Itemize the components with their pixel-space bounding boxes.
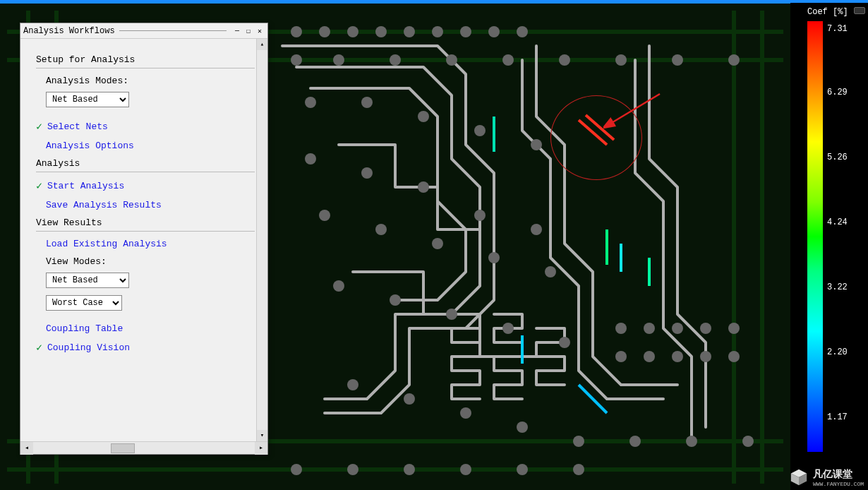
svg-point-31 <box>432 238 443 249</box>
coupling-vision-link[interactable]: ✓ Coupling Vision <box>36 341 255 354</box>
svg-point-39 <box>615 323 627 334</box>
scroll-track[interactable] <box>33 442 255 455</box>
legend-tick: 5.26 <box>827 153 848 162</box>
divider <box>36 68 255 68</box>
svg-point-52 <box>517 422 528 433</box>
svg-point-57 <box>291 464 302 475</box>
svg-point-34 <box>333 280 344 292</box>
select-nets-link[interactable]: ✓ Select Nets <box>36 120 255 133</box>
legend-tick: 4.24 <box>827 217 848 227</box>
svg-point-59 <box>404 464 415 475</box>
panel-titlebar[interactable]: Analysis Workflows — ☐ ✕ <box>20 23 267 39</box>
svg-point-42 <box>700 323 711 334</box>
svg-point-26 <box>418 181 429 193</box>
svg-point-58 <box>347 464 358 475</box>
svg-point-62 <box>573 464 584 475</box>
color-legend: Coef [%] 7.31 6.29 5.26 4.24 3.22 2.20 1… <box>790 3 868 490</box>
svg-point-25 <box>361 167 373 179</box>
save-results-link[interactable]: Save Analysis Results <box>46 200 255 210</box>
coupling-table-label: Coupling Table <box>46 323 123 334</box>
legend-gradient <box>807 21 823 452</box>
svg-point-18 <box>728 54 740 66</box>
scroll-down-icon[interactable]: ▾ <box>257 430 267 441</box>
divider <box>36 172 255 172</box>
watermark-url: WWW.FANYEDU.COM <box>813 481 864 487</box>
svg-point-32 <box>488 252 500 263</box>
legend-tick: 1.17 <box>827 412 848 422</box>
svg-point-2 <box>319 26 330 37</box>
svg-point-37 <box>502 323 514 334</box>
analysis-workflows-panel: Analysis Workflows — ☐ ✕ ▴ ▾ Setup for A… <box>20 23 268 455</box>
svg-point-9 <box>517 26 528 37</box>
svg-point-49 <box>347 379 358 390</box>
svg-point-29 <box>319 210 330 221</box>
svg-point-13 <box>446 54 457 66</box>
annotation-arrow-icon <box>603 88 667 131</box>
svg-point-24 <box>305 153 316 165</box>
svg-point-53 <box>573 436 584 447</box>
section-analysis: Analysis <box>36 158 255 169</box>
dock-button[interactable]: ☐ <box>243 26 253 36</box>
panel-body: ▴ ▾ Setup for Analysis Analysis Modes: N… <box>20 39 267 441</box>
scroll-up-icon[interactable]: ▴ <box>257 39 267 50</box>
svg-point-5 <box>404 26 415 37</box>
checkmark-icon: ✓ <box>36 120 46 133</box>
svg-point-33 <box>545 266 556 277</box>
svg-point-11 <box>333 54 344 66</box>
analysis-mode-select[interactable]: Net Based <box>46 92 129 107</box>
coupling-table-link[interactable]: Coupling Table <box>46 323 255 334</box>
panel-title: Analysis Workflows <box>23 26 115 36</box>
minimize-button[interactable]: — <box>232 26 242 36</box>
svg-point-21 <box>418 111 429 122</box>
svg-point-56 <box>742 436 754 447</box>
svg-point-16 <box>615 54 627 66</box>
svg-point-46 <box>672 351 683 362</box>
svg-point-27 <box>474 210 486 221</box>
legend-tick: 3.22 <box>827 282 848 292</box>
view-case-select[interactable]: Worst Case <box>46 295 122 311</box>
svg-point-3 <box>347 26 358 37</box>
save-results-label: Save Analysis Results <box>46 200 162 210</box>
svg-point-23 <box>531 139 542 150</box>
close-button[interactable]: ✕ <box>255 26 265 36</box>
watermark: 凡亿课堂 WWW.FANYEDU.COM <box>789 467 864 487</box>
svg-point-38 <box>559 337 570 348</box>
svg-point-1 <box>291 26 302 37</box>
legend-tick: 6.29 <box>827 88 848 97</box>
section-view: View Results <box>36 217 255 228</box>
titlebar-line <box>119 30 227 31</box>
analysis-options-link[interactable]: Analysis Options <box>46 141 255 151</box>
section-setup: Setup for Analysis <box>36 54 255 65</box>
svg-point-61 <box>517 464 528 475</box>
checkmark-icon: ✓ <box>36 341 46 354</box>
svg-point-10 <box>291 54 302 66</box>
svg-point-51 <box>460 407 471 419</box>
legend-mode-icon[interactable] <box>854 7 865 14</box>
svg-point-45 <box>644 351 655 362</box>
svg-point-35 <box>390 294 401 306</box>
horizontal-scrollbar[interactable]: ◂ ▸ <box>20 441 267 454</box>
legend-tick: 7.31 <box>827 24 848 34</box>
svg-point-14 <box>502 54 514 66</box>
svg-point-54 <box>629 436 641 447</box>
svg-point-30 <box>375 224 387 235</box>
svg-point-44 <box>615 351 627 362</box>
svg-point-8 <box>488 26 500 37</box>
svg-point-6 <box>432 26 443 37</box>
svg-point-60 <box>460 464 471 475</box>
view-mode-select[interactable]: Net Based <box>46 273 129 288</box>
svg-point-22 <box>474 125 486 136</box>
svg-point-43 <box>728 323 740 334</box>
svg-point-19 <box>305 97 316 108</box>
scroll-thumb[interactable] <box>111 443 135 453</box>
divider <box>36 231 255 232</box>
scroll-left-icon[interactable]: ◂ <box>20 442 33 455</box>
svg-point-48 <box>728 351 740 362</box>
vertical-scrollbar[interactable]: ▴ ▾ <box>256 39 267 441</box>
load-existing-label: Load Existing Analysis <box>46 239 167 249</box>
start-analysis-link[interactable]: ✓ Start Analysis <box>36 179 255 193</box>
load-existing-link[interactable]: Load Existing Analysis <box>46 239 255 249</box>
scroll-right-icon[interactable]: ▸ <box>255 442 267 455</box>
select-nets-label: Select Nets <box>47 121 108 132</box>
svg-point-40 <box>644 323 655 334</box>
